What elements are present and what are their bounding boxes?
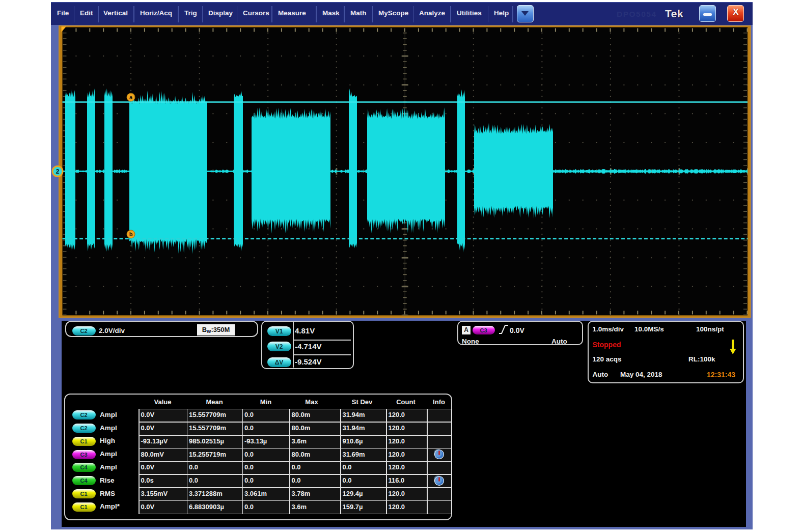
svg-text:b: b (129, 231, 133, 237)
svg-text:a: a (129, 94, 133, 100)
svg-text:2: 2 (56, 168, 60, 175)
